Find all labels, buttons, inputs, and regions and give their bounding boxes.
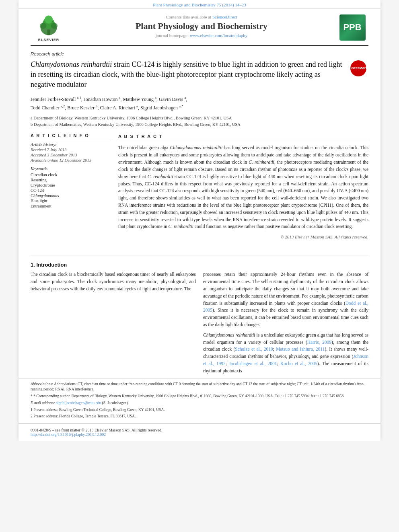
page-bottom: 0981-8428/$ – see front matter © 2013 El… [19, 423, 380, 441]
journal-center-info: Contents lists available at ScienceDirec… [67, 13, 336, 42]
keyword-6: Blue light [31, 199, 111, 203]
svg-point-3 [45, 15, 53, 23]
copyright-notice: © 2013 Elsevier Masson SAS. All rights r… [118, 234, 368, 240]
keywords-label: Keywords: [31, 166, 111, 171]
email-label: E-mail address: [31, 401, 55, 405]
email-note: E-mail address: sigrid.jacobshagen@wku.e… [31, 401, 368, 406]
article-title-area: Chlamydomonas reinhardtii strain CC-124 … [31, 60, 368, 90]
article-type-label: Research article [31, 51, 368, 56]
section-divider [31, 255, 368, 255]
intro-para-2: processes retain their approximately 24-… [203, 271, 368, 329]
ref-jacobshagen-2001[interactable]: Jacobshagen et al., 2001 [229, 361, 277, 366]
intro-heading: 1. Introduction [31, 262, 368, 268]
article-info-column: A R T I C L E I N F O Article history: R… [31, 133, 111, 240]
ppb-logo-text: PPB [343, 23, 361, 32]
info-abstract-columns: A R T I C L E I N F O Article history: R… [31, 133, 368, 240]
article-info-heading: A R T I C L E I N F O [31, 133, 111, 139]
affiliations: a Department of Biology, Western Kentuck… [31, 115, 368, 128]
crossmark-area: CrossMark [350, 60, 368, 76]
abbreviations-note: Abbreviations: Abbreviations: CT, circad… [31, 382, 368, 393]
accepted-date: Accepted 3 December 2013 [31, 153, 111, 157]
doi-line: http://dx.doi.org/10.1016/j.plaphy.2013.… [31, 432, 368, 437]
abstract-heading: A B S T R A C T [118, 133, 368, 141]
journal-homepage-link[interactable]: www.elsevier.com/locate/plaphy [190, 33, 247, 38]
doi-link[interactable]: http://dx.doi.org/10.1016/j.plaphy.2013.… [31, 432, 106, 437]
abstract-paragraph: The unicellular green alga Chlamydomonas… [118, 144, 368, 230]
keyword-4: CC-124 [31, 188, 111, 193]
ppb-logo: PPB [339, 14, 366, 41]
sciencedirect-link[interactable]: ScienceDirect [212, 14, 237, 19]
introduction-section: 1. Introduction The circadian clock is a… [19, 262, 380, 378]
affiliation-b: b Department of Mathematics, Western Ken… [31, 121, 368, 128]
abbrev-label: Abbreviations: [31, 382, 53, 386]
journal-reference-text: Plant Physiology and Biochemistry 75 (20… [153, 2, 246, 7]
authors-line: Jennifer Forbes-Stovall a,1, Jonathan Ho… [31, 95, 368, 112]
abbreviations-text: Abbreviations: CT, circadian time or tim… [31, 382, 364, 392]
ref-kucho-2005[interactable]: Kucho et al., 2005 [280, 361, 317, 366]
issn-line: 0981-8428/$ – see front matter © 2013 El… [31, 428, 368, 432]
history-label: Article history: [31, 142, 111, 147]
note2: 2 Present address: Florida College, Temp… [31, 414, 368, 419]
sciencedirect-info: Contents lists available at ScienceDirec… [71, 14, 332, 19]
ppb-logo-area: PPB [336, 13, 368, 42]
article-title: Chlamydomonas reinhardtii strain CC-124 … [31, 60, 346, 90]
intro-para-3: Chlamydomonas reinhardtii is a unicellul… [203, 332, 368, 375]
intro-col-left: The circadian clock is a biochemically b… [31, 271, 196, 378]
affiliation-a: a Department of Biology, Western Kentuck… [31, 115, 368, 121]
keyword-5: Chlamydomonas [31, 193, 111, 198]
keyword-1: Circadian clock [31, 173, 111, 177]
keywords-section: Keywords: Circadian clock Resetting Cryp… [31, 166, 111, 208]
ref-harris-2009[interactable]: Harris, 2009 [307, 340, 331, 345]
available-date: Available online 12 December 2013 [31, 158, 111, 162]
article-content: Research article Chlamydomonas reinhardt… [19, 46, 380, 249]
keyword-3: Cryptochrome [31, 183, 111, 187]
corresponding-note: * * Corresponding author. Department of … [31, 394, 368, 399]
article-title-italic: Chlamydomonas reinhardtii [31, 60, 112, 68]
intro-para-1: The circadian clock is a biochemically b… [31, 271, 196, 292]
author-email[interactable]: sigrid.jacobshagen@wku.edu [56, 401, 101, 405]
intro-columns: The circadian clock is a biochemically b… [31, 271, 368, 378]
crossmark-icon: CrossMark [350, 60, 366, 76]
abstract-column: A B S T R A C T The unicellular green al… [118, 133, 368, 240]
article-history: Article history: Received 7 July 2013 Ac… [31, 142, 111, 162]
received-date: Received 7 July 2013 [31, 148, 111, 152]
note1: 1 Present address: Bowling Green Technic… [31, 407, 368, 413]
page: Plant Physiology and Biochemistry 75 (20… [19, 0, 380, 441]
journal-title: Plant Physiology and Biochemistry [71, 21, 332, 31]
corresponding-text: * Corresponding author. Department of Bi… [33, 394, 345, 398]
journal-reference-bar: Plant Physiology and Biochemistry 75 (20… [19, 0, 380, 9]
elsevier-label-text: ELSEVIER [38, 38, 60, 42]
intro-number: 1. [31, 262, 35, 268]
keyword-2: Resetting [31, 178, 111, 182]
elsevier-logo-area: ELSEVIER [31, 13, 67, 42]
chlamydomonas-species: Chlamydomonas reinhardtii [203, 333, 255, 337]
elsevier-tree-icon [35, 13, 63, 37]
ref-matsuo-2011[interactable]: Matsuo and Ishiura, 2011 [276, 347, 325, 351]
crossmark-text: CrossMark [349, 66, 368, 70]
abstract-text: The unicellular green alga Chlamydomonas… [118, 144, 368, 240]
intro-heading-text: Introduction [36, 262, 67, 268]
svg-point-5 [51, 23, 58, 29]
journal-header: ELSEVIER Contents lists available at Sci… [31, 9, 368, 46]
footnotes-area: Abbreviations: Abbreviations: CT, circad… [19, 378, 380, 420]
journal-homepage: journal homepage: www.elsevier.com/locat… [71, 33, 332, 38]
ref-schulze-2010[interactable]: Schulze et al., 2010 [235, 347, 273, 351]
ref-dodd-2005[interactable]: Dodd et al., 2005 [203, 301, 368, 313]
keyword-7: Entrainment [31, 204, 111, 208]
intro-col-right: processes retain their approximately 24-… [203, 271, 368, 378]
svg-point-4 [40, 23, 47, 29]
